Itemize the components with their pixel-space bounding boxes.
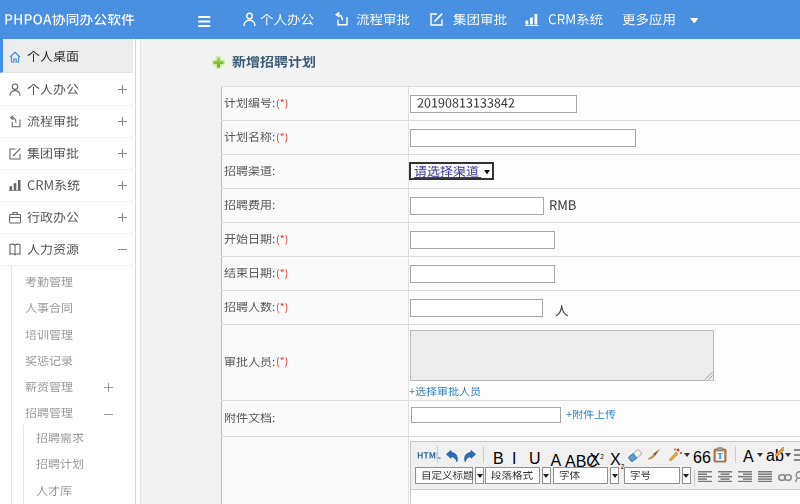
svg-text:T: T — [717, 452, 723, 461]
